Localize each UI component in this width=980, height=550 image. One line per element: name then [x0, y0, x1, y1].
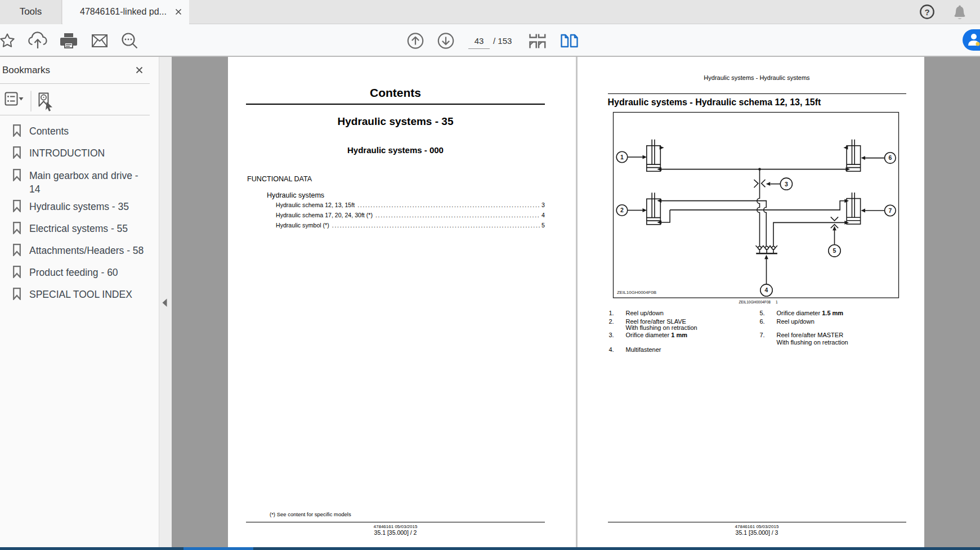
svg-text:5: 5 — [833, 247, 836, 254]
svg-text:3: 3 — [784, 181, 787, 187]
svg-text:ZEIL10GH0004F0B: ZEIL10GH0004F0B — [616, 290, 656, 295]
svg-text:?: ? — [924, 7, 929, 17]
svg-text:6: 6 — [888, 154, 892, 161]
svg-text:4: 4 — [764, 287, 768, 293]
svg-text:2: 2 — [620, 207, 624, 213]
svg-text:7: 7 — [888, 207, 892, 214]
svg-text:1: 1 — [620, 154, 624, 160]
